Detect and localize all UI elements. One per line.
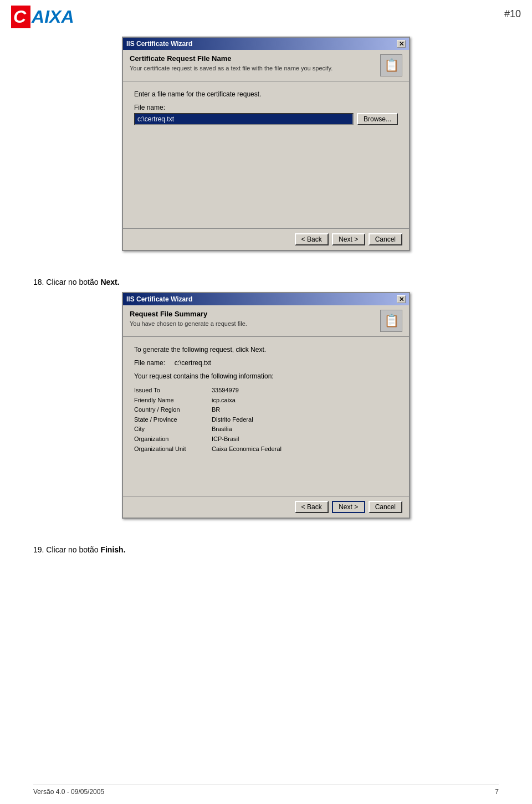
dialog1-header-icon: 📋	[380, 54, 402, 76]
summary-value: BR	[212, 405, 220, 415]
summary-value: Distrito Federal	[212, 415, 253, 425]
step19-bold: Finish.	[100, 545, 125, 554]
summary-row: Organizational UnitCaixa Economica Feder…	[134, 444, 398, 454]
dialog2-filename-row: File name: c:\certreq.txt	[134, 359, 398, 367]
summary-row: State / ProvinceDistrito Federal	[134, 415, 398, 425]
summary-value: 33594979	[212, 386, 239, 396]
dialog2-file-label: File name:	[134, 359, 165, 367]
step18-bold: Next.	[100, 278, 119, 286]
browse-button[interactable]: Browse...	[357, 113, 398, 125]
logo-c: C	[13, 7, 26, 27]
logo-aixa: AIXA	[30, 7, 74, 27]
dialog2-title-text: IIS Certificate Wizard	[126, 295, 192, 303]
page-number: #10	[504, 8, 521, 20]
dialog1-header-title: Certificate Request File Name	[130, 54, 332, 63]
summary-value: ICP-Brasil	[212, 434, 239, 444]
dialog1-header-text: Certificate Request File Name Your certi…	[130, 54, 332, 73]
dialog2: IIS Certificate Wizard ✕ Request File Su…	[122, 292, 410, 519]
dialog1-body: Enter a file name for the certificate re…	[123, 81, 409, 228]
step18-instruction: 18. Clicar no botão Next.	[33, 278, 499, 286]
dialog2-next-button[interactable]: Next >	[332, 501, 365, 513]
summary-label: City	[134, 424, 212, 434]
dialog2-titlebar: IIS Certificate Wizard ✕	[123, 293, 409, 305]
summary-row: Friendly Nameicp.caixa	[134, 396, 398, 406]
summary-row: OrganizationICP-Brasil	[134, 434, 398, 444]
footer-page: 7	[495, 788, 499, 796]
dialog2-spacer	[134, 454, 398, 487]
dialog1-title: IIS Certificate Wizard	[126, 40, 192, 48]
dialog2-info-label: Your request contains the following info…	[134, 372, 398, 380]
dialog2-cancel-button[interactable]: Cancel	[369, 501, 402, 513]
dialog2-wrapper: IIS Certificate Wizard ✕ Request File Su…	[33, 292, 499, 519]
dialog2-summary-table: Issued To33594979Friendly Nameicp.caixaC…	[134, 386, 398, 454]
dialog1-file-label: File name:	[134, 104, 398, 111]
summary-row: Country / RegionBR	[134, 405, 398, 415]
summary-row: CityBrasília	[134, 424, 398, 434]
page-header: C AIXA #10	[0, 0, 532, 31]
dialog2-close-button[interactable]: ✕	[397, 295, 406, 303]
page-footer: Versão 4.0 - 09/05/2005 7	[33, 785, 499, 796]
logo: C AIXA	[11, 6, 74, 28]
step19-text: 19. Clicar no botão	[33, 545, 100, 554]
summary-label: Issued To	[134, 386, 212, 396]
dialog1-cancel-button[interactable]: Cancel	[369, 233, 402, 245]
dialog1-wrapper: IIS Certificate Wizard ✕ Certificate Req…	[33, 37, 499, 251]
summary-label: Organization	[134, 434, 212, 444]
summary-label: Friendly Name	[134, 396, 212, 406]
dialog1-titlebar: IIS Certificate Wizard ✕	[123, 38, 409, 50]
dialog2-instruction: To generate the following request, click…	[134, 346, 398, 354]
step19-instruction: 19. Clicar no botão Finish.	[33, 545, 499, 554]
summary-label: Country / Region	[134, 405, 212, 415]
certificate-icon: 📋	[384, 58, 399, 73]
dialog1-back-button[interactable]: < Back	[295, 233, 329, 245]
dialog2-header-title: Request File Summary	[130, 310, 247, 318]
file-name-input[interactable]	[134, 113, 354, 125]
summary-value: Brasília	[212, 424, 232, 434]
dialog1: IIS Certificate Wizard ✕ Certificate Req…	[122, 37, 410, 251]
summary-value: icp.caixa	[212, 396, 236, 406]
dialog1-footer: < Back Next > Cancel	[123, 228, 409, 250]
dialog1-header-desc: Your certificate request is saved as a t…	[130, 64, 332, 73]
dialog1-close-button[interactable]: ✕	[397, 40, 406, 48]
dialog1-header: Certificate Request File Name Your certi…	[123, 50, 409, 81]
summary-label: State / Province	[134, 415, 212, 425]
certificate-icon2: 📋	[384, 314, 399, 328]
dialog1-next-button[interactable]: Next >	[332, 233, 365, 245]
dialog1-title-text: IIS Certificate Wizard	[126, 40, 192, 48]
summary-value: Caixa Economica Federal	[212, 444, 282, 454]
dialog1-spacer	[134, 131, 398, 219]
footer-version: Versão 4.0 - 09/05/2005	[33, 788, 104, 796]
dialog2-title: IIS Certificate Wizard	[126, 295, 192, 303]
dialog2-file-value: c:\certreq.txt	[175, 359, 211, 367]
dialog1-form-row: Browse...	[134, 113, 398, 125]
dialog1-instruction: Enter a file name for the certificate re…	[134, 90, 398, 98]
step18-text: 18. Clicar no botão	[33, 278, 100, 286]
dialog2-header-text: Request File Summary You have chosen to …	[130, 310, 247, 328]
dialog1-form-group: File name: Browse...	[134, 104, 398, 125]
summary-label: Organizational Unit	[134, 444, 212, 454]
main-content: IIS Certificate Wizard ✕ Certificate Req…	[0, 31, 532, 571]
dialog2-back-button[interactable]: < Back	[295, 501, 329, 513]
dialog2-header-icon: 📋	[380, 310, 402, 332]
dialog2-footer: < Back Next > Cancel	[123, 496, 409, 518]
dialog2-header: Request File Summary You have chosen to …	[123, 305, 409, 337]
dialog2-header-desc: You have chosen to generate a request fi…	[130, 320, 247, 328]
dialog2-body: To generate the following request, click…	[123, 337, 409, 496]
summary-row: Issued To33594979	[134, 386, 398, 396]
